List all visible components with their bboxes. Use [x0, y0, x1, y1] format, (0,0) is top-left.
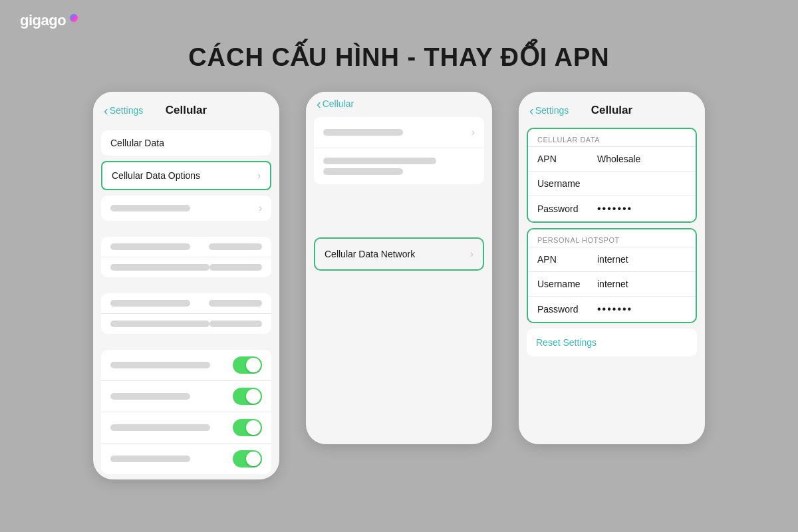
page-title: CÁCH CẤU HÌNH - THAY ĐỔI APN — [0, 43, 798, 72]
header: gigago — [0, 0, 798, 36]
ph-bar-2b — [209, 243, 262, 250]
phone2-ph-bar-2b — [323, 168, 403, 175]
phone1-title: Cellular — [166, 104, 207, 117]
ph-row-5 — [101, 314, 271, 334]
phone2-content: › Cellular Data Network › — [306, 117, 492, 271]
ph-bar-2a — [110, 243, 190, 250]
cellular-data-section: Cellular Data — [101, 130, 271, 156]
cellular-data-section-title: CELLULAR DATA — [528, 129, 696, 146]
toggle-3[interactable] — [233, 419, 262, 436]
phone2-back-link[interactable]: Cellular — [317, 97, 354, 110]
toggle-1[interactable] — [233, 356, 262, 374]
placeholder-section-3 — [101, 293, 271, 334]
ph-bar-5a — [110, 321, 209, 327]
hotspot-password-dots: ••••••• — [597, 303, 632, 315]
hotspot-apn-label: APN — [537, 254, 597, 265]
hotspot-username-value: internet — [597, 279, 628, 289]
username-label: Username — [537, 178, 597, 189]
logo: gigago — [20, 12, 78, 29]
logo-dot — [70, 14, 78, 22]
hotspot-section-title: PERSONAL HOTSPOT — [528, 229, 696, 247]
hotspot-apn-value: internet — [597, 254, 628, 265]
ph-bar-4a — [110, 300, 190, 307]
personal-hotspot-section: PERSONAL HOTSPOT APN internet Username i… — [527, 228, 697, 323]
toggle-4[interactable] — [233, 450, 262, 467]
cellular-data-row[interactable]: Cellular Data — [101, 130, 271, 156]
phone2: Cellular › Cellular Data Netwo — [306, 92, 492, 444]
hotspot-apn-row: APN internet — [528, 247, 696, 271]
toggle-row-1 — [101, 350, 271, 381]
ph-bar-1 — [110, 205, 190, 211]
ph-bar-3b — [209, 264, 262, 271]
apn-value: Wholesale — [597, 154, 640, 164]
logo-text: gigago — [20, 12, 66, 29]
phone2-ph-bar-1 — [323, 129, 403, 136]
ph-bar-3a — [110, 264, 209, 271]
toggle-row-2 — [101, 381, 271, 412]
cellular-data-network-row[interactable]: Cellular Data Network › — [315, 239, 483, 269]
reset-settings-section: Reset Settings — [527, 329, 697, 356]
toggle-section — [101, 350, 271, 474]
cellular-data-options-section: Cellular Data Options › — [101, 161, 271, 190]
hotspot-username-row: Username internet — [528, 271, 696, 296]
phone2-ph-row-1: › — [314, 117, 484, 148]
ph-bar-t3 — [110, 424, 210, 431]
phone1: Settings Cellular Cellular Data Cellular… — [93, 92, 279, 479]
phone2-ph-row-2 — [314, 148, 484, 184]
phone3-content: CELLULAR DATA APN Wholesale Username Pas… — [519, 128, 705, 356]
hotspot-password-label: Password — [537, 304, 597, 315]
ph-row-2 — [101, 237, 271, 257]
username-row: Username — [528, 171, 696, 196]
ph-row-1: › — [101, 196, 271, 221]
ph-row-4 — [101, 293, 271, 314]
password-dots: ••••••• — [597, 203, 632, 215]
ph-multi-1 — [110, 243, 190, 250]
cellular-data-options-row[interactable]: Cellular Data Options › — [102, 162, 270, 189]
placeholder-section-2 — [101, 237, 271, 277]
reset-settings-button[interactable]: Reset Settings — [536, 337, 597, 348]
chevron-icon-2: › — [259, 202, 262, 214]
cellular-data-apn-section: CELLULAR DATA APN Wholesale Username Pas… — [527, 128, 697, 223]
phone1-header: Settings Cellular — [93, 92, 279, 125]
hotspot-password-row: Password ••••••• — [528, 296, 696, 322]
phone2-ph-stack — [323, 158, 436, 175]
toggle-row-3 — [101, 412, 271, 444]
phone3: Settings Cellular CELLULAR DATA APN Whol… — [519, 92, 705, 444]
ph-row-3 — [101, 257, 271, 277]
phone2-chevron-1: › — [471, 126, 475, 138]
cellular-data-options-label: Cellular Data Options — [112, 170, 200, 181]
ph-bar-4b — [209, 300, 262, 307]
phone1-content: Cellular Data Cellular Data Options › › — [93, 130, 279, 474]
password-label: Password — [537, 203, 597, 214]
ph-bar-t4 — [110, 456, 190, 462]
ph-bar-t1 — [110, 362, 210, 368]
cellular-data-network-label: Cellular Data Network — [325, 249, 415, 259]
apn-label: APN — [537, 154, 597, 164]
phone1-back-link[interactable]: Settings — [104, 104, 143, 117]
ph-bar-5b — [209, 321, 262, 327]
cellular-data-network-section: Cellular Data Network › — [314, 237, 484, 271]
ph-bar-t2 — [110, 393, 190, 400]
apn-row: APN Wholesale — [528, 146, 696, 171]
phone2-header: Cellular — [306, 92, 492, 112]
phone2-chevron-2: › — [470, 248, 473, 260]
phone3-back-link[interactable]: Settings — [529, 104, 569, 117]
placeholder-section-1: › — [101, 196, 271, 221]
cellular-data-label: Cellular Data — [110, 138, 164, 148]
phone3-header: Settings Cellular — [519, 92, 705, 125]
phones-container: Settings Cellular Cellular Data Cellular… — [0, 92, 798, 479]
phone3-title: Cellular — [591, 104, 632, 117]
phone2-ph-bar-2a — [323, 158, 436, 164]
toggle-row-4 — [101, 444, 271, 474]
toggle-2[interactable] — [233, 388, 262, 405]
chevron-icon: › — [257, 170, 261, 182]
password-row: Password ••••••• — [528, 196, 696, 221]
phone2-ph-section: › — [314, 117, 484, 184]
hotspot-username-label: Username — [537, 279, 597, 289]
